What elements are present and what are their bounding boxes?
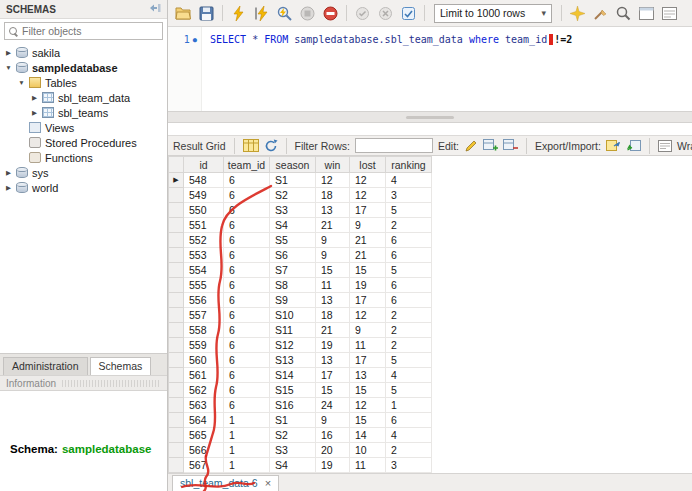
cell[interactable]: 563: [184, 398, 224, 413]
filter-objects-box[interactable]: [4, 22, 163, 40]
commit-icon[interactable]: [352, 3, 373, 24]
cell[interactable]: 13: [350, 368, 386, 383]
explain-icon[interactable]: [274, 3, 295, 24]
cell[interactable]: 12: [350, 173, 386, 188]
execute-current-statement-icon[interactable]: [251, 3, 272, 24]
expand-icon[interactable]: ▶: [3, 169, 14, 177]
stop-on-error-icon[interactable]: [320, 3, 341, 24]
filter-objects-input[interactable]: [22, 25, 158, 37]
cell[interactable]: 6: [224, 218, 270, 233]
refresh-icon[interactable]: [264, 139, 278, 153]
table-row[interactable]: 5606S1313175: [169, 353, 432, 368]
cell[interactable]: 553: [184, 248, 224, 263]
tree-item-tables[interactable]: ▼Tables: [0, 75, 167, 90]
cell[interactable]: 6: [224, 278, 270, 293]
cell[interactable]: 13: [316, 293, 350, 308]
filter-rows-input[interactable]: [355, 138, 433, 153]
cell[interactable]: S12: [270, 338, 316, 353]
cell[interactable]: 3: [386, 188, 432, 203]
cell[interactable]: 6: [386, 233, 432, 248]
cell[interactable]: 15: [350, 413, 386, 428]
table-row[interactable]: 5546S715155: [169, 263, 432, 278]
table-row[interactable]: 5496S218123: [169, 188, 432, 203]
cell[interactable]: 12: [316, 173, 350, 188]
expand-icon[interactable]: ▶: [29, 109, 40, 117]
cell[interactable]: 15: [316, 263, 350, 278]
wrap-cell-icon[interactable]: [658, 140, 672, 152]
cell[interactable]: 4: [386, 368, 432, 383]
cell[interactable]: 11: [350, 338, 386, 353]
beautify-icon[interactable]: [567, 3, 588, 24]
open-script-icon[interactable]: [173, 3, 194, 24]
tree-item-sbl-teams[interactable]: ▶sbl_teams: [0, 105, 167, 120]
cell[interactable]: 9: [316, 248, 350, 263]
cell[interactable]: S15: [270, 383, 316, 398]
result-grid-icon[interactable]: [243, 139, 259, 152]
cell[interactable]: S2: [270, 428, 316, 443]
cell[interactable]: 11: [350, 458, 386, 473]
insert-row-icon[interactable]: [483, 139, 498, 152]
cell[interactable]: 6: [224, 233, 270, 248]
sql-code-editor[interactable]: 1 ● SELECT * FROM sampledatabase.sbl_tea…: [168, 27, 692, 111]
find-icon[interactable]: [613, 3, 634, 24]
table-row[interactable]: 5626S1515155: [169, 383, 432, 398]
cell[interactable]: 12: [350, 308, 386, 323]
tree-item-functions[interactable]: Functions: [0, 150, 167, 165]
cell[interactable]: S3: [270, 443, 316, 458]
cell[interactable]: 2: [386, 323, 432, 338]
cell[interactable]: 1: [224, 413, 270, 428]
cell[interactable]: 1: [224, 458, 270, 473]
cell[interactable]: 556: [184, 293, 224, 308]
cell[interactable]: 567: [184, 458, 224, 473]
import-icon[interactable]: [626, 139, 641, 152]
cell[interactable]: 21: [350, 248, 386, 263]
column-header-lost[interactable]: lost: [350, 157, 386, 173]
cell[interactable]: 6: [224, 203, 270, 218]
cell[interactable]: S8: [270, 278, 316, 293]
tree-item-sakila[interactable]: ▶sakila: [0, 45, 167, 60]
cell[interactable]: S1: [270, 173, 316, 188]
cell[interactable]: 6: [386, 278, 432, 293]
cell[interactable]: 548: [184, 173, 224, 188]
cell[interactable]: S3: [270, 203, 316, 218]
cell[interactable]: 5: [386, 353, 432, 368]
expand-icon[interactable]: ▶: [3, 49, 14, 57]
cell[interactable]: 9: [350, 218, 386, 233]
cell[interactable]: 4: [386, 428, 432, 443]
cell[interactable]: S13: [270, 353, 316, 368]
cell[interactable]: S5: [270, 233, 316, 248]
information-section-header[interactable]: Information: [0, 375, 167, 391]
cell[interactable]: 21: [316, 218, 350, 233]
cell[interactable]: 12: [350, 398, 386, 413]
cell[interactable]: 19: [350, 278, 386, 293]
cell[interactable]: 21: [316, 323, 350, 338]
cell[interactable]: 10: [350, 443, 386, 458]
cell[interactable]: S1: [270, 413, 316, 428]
cell[interactable]: 551: [184, 218, 224, 233]
cell[interactable]: 6: [224, 293, 270, 308]
cell[interactable]: 15: [350, 263, 386, 278]
table-row[interactable]: 5586S112192: [169, 323, 432, 338]
tree-item-views[interactable]: Views: [0, 120, 167, 135]
cell[interactable]: 9: [316, 413, 350, 428]
column-header-team_id[interactable]: team_id: [224, 157, 270, 173]
table-row[interactable]: 5671S419113: [169, 458, 432, 473]
table-row[interactable]: 5566S913176: [169, 293, 432, 308]
cell[interactable]: 6: [224, 323, 270, 338]
cell[interactable]: 561: [184, 368, 224, 383]
table-row[interactable]: 5526S59216: [169, 233, 432, 248]
cell[interactable]: 6: [224, 338, 270, 353]
cell[interactable]: 19: [316, 458, 350, 473]
cell[interactable]: 5: [386, 263, 432, 278]
column-header-season[interactable]: season: [270, 157, 316, 173]
cell[interactable]: 9: [316, 233, 350, 248]
cell[interactable]: 549: [184, 188, 224, 203]
cell[interactable]: 13: [316, 203, 350, 218]
cell[interactable]: 554: [184, 263, 224, 278]
column-header-id[interactable]: id: [184, 157, 224, 173]
cell[interactable]: 1: [224, 443, 270, 458]
column-header-win[interactable]: win: [316, 157, 350, 173]
close-icon[interactable]: ×: [265, 478, 271, 489]
cell[interactable]: 4: [386, 173, 432, 188]
expand-icon[interactable]: ▶: [3, 184, 14, 192]
